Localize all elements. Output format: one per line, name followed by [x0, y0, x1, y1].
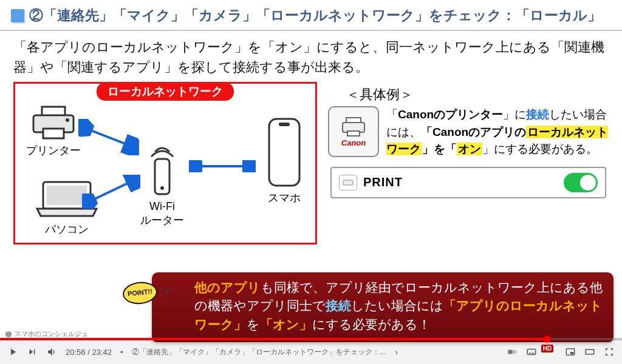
progress-scrubber[interactable]: [544, 335, 551, 343]
router-label-2: ルーター: [137, 213, 188, 228]
fullscreen-button[interactable]: [604, 346, 615, 357]
shield-icon: [5, 331, 12, 338]
hd-badge: HD: [541, 345, 553, 352]
svg-line-10: [83, 127, 133, 147]
svg-rect-21: [532, 353, 535, 354]
svg-line-12: [87, 180, 135, 203]
chevron-right-icon[interactable]: ›: [395, 348, 398, 357]
arrow-icon: [189, 160, 256, 172]
t: に: [514, 108, 526, 121]
svg-point-3: [66, 118, 69, 122]
pointing-hand-icon: ☞: [159, 281, 174, 306]
svg-rect-20: [529, 353, 531, 354]
toggle-label: PRINT: [363, 175, 558, 189]
device-printer: プリンター: [26, 104, 81, 158]
svg-rect-2: [43, 129, 64, 138]
autoplay-toggle[interactable]: [507, 346, 518, 357]
canon-app-icon: Canon: [328, 106, 379, 157]
printer-icon: [30, 104, 77, 142]
next-button[interactable]: [27, 346, 38, 357]
t: 接続: [526, 108, 549, 121]
settings-button[interactable]: HD: [545, 346, 556, 357]
t: 他のアプリ: [194, 280, 261, 294]
svg-rect-16: [343, 180, 353, 185]
channel-watermark[interactable]: スマホのコンシェルジュ: [5, 329, 88, 339]
t: したい場合には: [351, 298, 443, 312]
svg-rect-24: [570, 352, 573, 354]
svg-point-5: [160, 186, 164, 190]
t: を: [247, 317, 260, 331]
router-label-1: Wi-Fi: [137, 200, 188, 213]
canon-mini-icon: [339, 175, 357, 190]
app-brand: Canon: [341, 138, 366, 147]
miniplayer-button[interactable]: [565, 346, 576, 357]
slide-description: 「各アプリのローカルネットワーク」を「オン」にすると、同一ネットワーク上にある「…: [0, 31, 622, 81]
point-badge: POINT!! ☞: [123, 281, 174, 306]
slide-title: ②「連絡先」「マイク」「カメラ」「ローカルネットワーク」をチェック：「ローカル」: [29, 6, 601, 25]
point-banner: POINT!! ☞ 他のアプリも同様で、アプリ経由でローカルネットワーク上にある…: [152, 272, 613, 342]
printer-small-icon: [340, 116, 367, 137]
chapter-title[interactable]: ②「連絡先」「マイク」「カメラ」「ローカルネットワーク」をチェック：「ローカ…: [132, 347, 387, 357]
t: 」にする必要がある。: [482, 143, 598, 155]
arrow-icon: [78, 119, 139, 155]
svg-rect-6: [269, 119, 299, 186]
t: 「Canonのアプリの: [421, 126, 526, 138]
progress-bar[interactable]: [0, 338, 622, 340]
router-icon: [137, 141, 188, 199]
video-player-bar: 20:56 / 23:42 • ②「連絡先」「マイク」「カメラ」「ローカルネット…: [0, 340, 622, 364]
svg-rect-15: [347, 131, 360, 136]
network-label: ローカルネットワーク: [97, 83, 234, 101]
t: にする必要がある！: [312, 317, 431, 331]
example-text: 「Canonのプリンター」に接続したい場合には、「Canonのアプリのローカルネ…: [386, 106, 609, 158]
point-bubble: POINT!!: [121, 280, 158, 306]
svg-rect-19: [527, 349, 536, 355]
arrow-icon: [82, 175, 140, 209]
example-column: ＜具体例＞ Canon 「Canonのプリンター」に接続したい場合には、「Can…: [328, 82, 609, 244]
toggle-switch[interactable]: [564, 173, 598, 192]
phone-label: スマホ: [264, 190, 304, 205]
main-row: ローカルネットワーク プリンター Wi-Fi ルーター: [0, 81, 622, 244]
svg-point-18: [508, 349, 513, 354]
svg-rect-25: [586, 349, 594, 354]
device-router: Wi-Fi ルーター: [137, 141, 188, 228]
progress-played: [0, 338, 547, 340]
title-bar: ②「連絡先」「マイク」「カメラ」「ローカルネットワーク」をチェック：「ローカル」: [0, 0, 622, 31]
time-total: 23:42: [92, 348, 112, 357]
t: 「オン」: [260, 317, 312, 331]
volume-button[interactable]: [46, 346, 57, 357]
t: オン: [457, 143, 482, 155]
time-display: 20:56 / 23:42: [66, 348, 112, 357]
t: 接続: [326, 298, 351, 312]
printer-label: プリンター: [26, 143, 81, 158]
time-current: 20:56: [66, 348, 86, 357]
print-toggle-row: PRINT: [330, 167, 606, 198]
slide: ②「連絡先」「マイク」「カメラ」「ローカルネットワーク」をチェック：「ローカル」…: [0, 0, 622, 364]
theater-button[interactable]: [584, 346, 595, 357]
laptop-label: パソコン: [33, 222, 100, 237]
smartphone-icon: [264, 116, 304, 189]
captions-button[interactable]: [526, 346, 537, 357]
play-button[interactable]: [7, 346, 18, 357]
svg-rect-7: [279, 123, 290, 126]
example-row: Canon 「Canonのプリンター」に接続したい場合には、「Canonのアプリ…: [328, 106, 609, 158]
channel-name: スマホのコンシェルジュ: [15, 329, 88, 339]
t: Canonのプリンター: [398, 108, 503, 121]
t: 」を「: [422, 143, 457, 155]
svg-rect-9: [47, 186, 87, 205]
example-heading: ＜具体例＞: [346, 86, 609, 104]
device-phone: スマホ: [264, 116, 304, 205]
chapter-separator: •: [120, 348, 123, 357]
title-bullet-icon: [11, 9, 24, 22]
local-network-diagram: ローカルネットワーク プリンター Wi-Fi ルーター: [13, 82, 317, 244]
